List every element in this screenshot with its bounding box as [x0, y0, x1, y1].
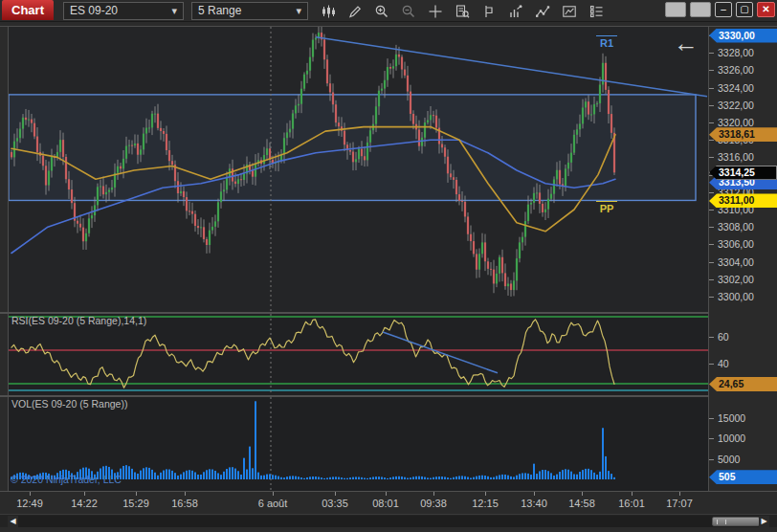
price-axis[interactable]: 3330,003328,003326,003324,003322,003320,…: [709, 27, 777, 491]
axis-tick-mark: [709, 192, 714, 193]
crosshair-icon[interactable]: [427, 3, 444, 20]
ninjatrader-window: Chart ES 09-20 ▾ 5 Range ▾ – ▢: [0, 0, 777, 532]
maximize-button[interactable]: ▢: [736, 2, 753, 17]
time-tick-mark: [136, 492, 137, 496]
candle-up: [366, 143, 368, 161]
properties-icon[interactable]: [588, 3, 605, 20]
volume-bar: [312, 477, 314, 479]
candle-up: [582, 107, 584, 123]
rsi-chart-area[interactable]: RSI(ES 09-20 (5 Range),14,1): [9, 314, 708, 395]
candle-down: [183, 191, 185, 197]
scroll-left-arrow-icon[interactable]: ◀: [8, 516, 18, 527]
close-button[interactable]: ✕: [757, 2, 775, 17]
candle-down: [352, 152, 354, 163]
scroll-right-arrow-icon[interactable]: ▶: [759, 516, 769, 527]
candle-down: [137, 144, 139, 155]
scrollbar-track[interactable]: [8, 516, 769, 527]
price-chart-area[interactable]: R1 PP ←: [9, 27, 708, 312]
draw-pencil-icon[interactable]: [346, 3, 364, 20]
candle-up: [496, 274, 498, 284]
time-axis[interactable]: 12:4914:2215:2916:586 août03:3508:0109:3…: [0, 492, 777, 514]
candle-down: [418, 129, 420, 145]
candle-up: [51, 157, 53, 170]
axis-tick-mark: [709, 157, 714, 158]
data-box-icon[interactable]: [454, 3, 471, 20]
volume-bar: [613, 477, 615, 479]
candle-down: [490, 269, 492, 270]
tab-chart[interactable]: Chart: [2, 0, 54, 20]
volume-bar: [599, 472, 601, 479]
volume-bar: [544, 470, 546, 479]
candle-up: [312, 40, 314, 57]
axis-tick-mark: [709, 262, 714, 263]
time-tick-label: 16:01: [618, 498, 645, 509]
volume-bar: [476, 477, 477, 479]
instrument-dropdown[interactable]: ES 09-20 ▾: [63, 2, 184, 20]
volume-bar: [415, 477, 417, 479]
candle-down: [323, 39, 325, 59]
snap-mode-icon[interactable]: [480, 3, 498, 20]
interval-dropdown[interactable]: 5 Range ▾: [191, 2, 308, 20]
candle-up: [303, 75, 305, 89]
volume-bar: [453, 477, 455, 479]
candle-down: [240, 179, 242, 180]
volume-bar: [300, 477, 302, 479]
strategies-icon[interactable]: [561, 3, 578, 20]
candle-down: [444, 147, 446, 156]
candle-down: [605, 63, 607, 90]
drawing-tools-icon[interactable]: [534, 3, 551, 20]
volume-bar: [490, 477, 492, 479]
candle-up: [369, 130, 371, 143]
volume-bar: [280, 477, 282, 479]
candle-down: [349, 150, 351, 152]
volume-bar: [171, 471, 173, 479]
candle-down: [338, 122, 340, 126]
candle-up: [209, 231, 211, 245]
chart-style-icon[interactable]: [320, 3, 337, 20]
volume-bar: [332, 477, 334, 479]
indicators-icon[interactable]: [507, 3, 524, 20]
price-tick-label: 3316,00: [718, 151, 754, 163]
minimize-button[interactable]: –: [715, 2, 732, 17]
zoom-out-icon[interactable]: [400, 3, 417, 20]
volume-bar: [447, 477, 449, 479]
volume-chart-area[interactable]: VOL(ES 09-20 (5 Range)) © 2020 NinjaTrad…: [9, 397, 708, 491]
zoom-in-icon[interactable]: [373, 3, 390, 20]
candle-up: [524, 221, 526, 237]
volume-bar: [309, 477, 311, 479]
volume-bar: [143, 468, 144, 479]
time-tick-label: 15:29: [122, 498, 149, 509]
volume-bar: [246, 470, 248, 479]
candle-up: [573, 135, 575, 153]
candle-down: [450, 173, 452, 177]
volume-bar: [389, 477, 391, 479]
volume-bar: [255, 401, 256, 479]
scroll-back-arrow-icon[interactable]: ←: [674, 31, 699, 55]
candle-up: [306, 71, 308, 75]
candle-up: [358, 149, 360, 160]
candle-up: [381, 89, 383, 91]
candle-up: [516, 258, 518, 280]
candle-down: [542, 204, 544, 212]
time-tick-mark: [433, 492, 434, 496]
candle-up: [536, 192, 538, 193]
candle-down: [435, 116, 437, 128]
volume-bar: [519, 474, 521, 479]
candle-down: [332, 92, 334, 104]
window-button-2[interactable]: [690, 2, 711, 17]
volume-bar: [484, 476, 486, 479]
candle-up: [180, 191, 182, 193]
volume-bar: [450, 478, 452, 479]
candle-up: [599, 84, 601, 102]
candle-down: [608, 90, 610, 114]
candle-up: [395, 55, 397, 66]
volume-bar: [289, 477, 291, 479]
volume-bar: [438, 477, 440, 479]
scrollbar-thumb[interactable]: [712, 517, 760, 526]
volume-bar: [180, 475, 182, 479]
window-button-1[interactable]: [665, 2, 686, 17]
candle-up: [375, 106, 377, 123]
candle-up: [355, 159, 357, 162]
axis-tick-mark: [709, 337, 714, 338]
candle-up: [499, 257, 500, 274]
